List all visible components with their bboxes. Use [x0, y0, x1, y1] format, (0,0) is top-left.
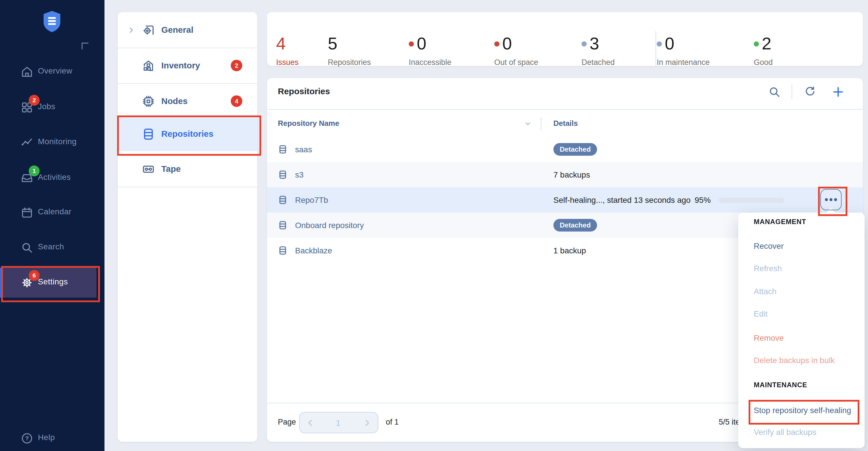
chevron-right-icon[interactable] — [362, 418, 372, 428]
repository-name: Backblaze — [295, 245, 332, 256]
repository-db-icon — [278, 144, 288, 155]
status-dot-green — [754, 41, 759, 46]
page-control: 1 — [299, 412, 378, 433]
sidebar-item-activities[interactable]: 1 Activities — [0, 166, 104, 191]
page-number-input[interactable]: 1 — [322, 417, 354, 429]
sidebar-item-label: Help — [38, 432, 55, 442]
divider — [656, 31, 656, 67]
repository-context-menu: MANAGEMENT Recover Refresh Attach Edit R… — [738, 213, 865, 448]
sidebar-item-label: Calendar — [38, 207, 71, 216]
status-badge: Detached — [553, 219, 597, 231]
repositories-db-icon — [142, 128, 155, 141]
status-badge: Detached — [553, 143, 597, 156]
sidebar-collapse-icon[interactable] — [82, 43, 88, 49]
subnav-item-repositories[interactable]: Repositories — [118, 117, 257, 151]
sidebar-item-overview[interactable]: Overview — [0, 59, 104, 84]
settings-subnav: General Inventory 2 Nodes 4 Repositories… — [118, 12, 257, 442]
panel-title: Repositories — [278, 86, 330, 96]
table-row-saas[interactable]: saas Detached — [267, 137, 863, 162]
status-dot-slate — [582, 41, 587, 46]
subnav-item-inventory[interactable]: Inventory 2 — [118, 48, 257, 83]
subnav-item-label: Nodes — [161, 96, 188, 106]
repository-name: Repo7Tb — [295, 194, 328, 206]
repository-name: Onboard repository — [295, 220, 364, 231]
stat-label: Detached — [582, 57, 615, 68]
stat-value: 2 — [762, 33, 771, 54]
table-row-repo7tb[interactable]: Repo7Tb Self-healing..., started 13 seco… — [267, 187, 863, 213]
add-repository-icon[interactable] — [832, 86, 844, 98]
menu-section-header: MAINTENANCE — [754, 380, 807, 390]
chevron-right-icon[interactable] — [127, 26, 135, 34]
stat-label: Inaccessible — [409, 57, 452, 68]
status-dot-red — [494, 41, 499, 46]
repository-db-icon — [278, 169, 288, 180]
refresh-icon[interactable] — [804, 86, 816, 98]
menu-item-verify-all-backups: Verify all backups — [754, 426, 816, 439]
subnav-item-general[interactable]: General — [118, 12, 257, 48]
stat-value: 0 — [665, 33, 674, 54]
column-header-name[interactable]: Repository Name — [278, 118, 339, 129]
row-actions-ellipsis-button[interactable] — [820, 189, 842, 210]
subnav-item-label: General — [161, 25, 193, 34]
help-icon: ? — [21, 432, 33, 445]
sidebar-item-label: Activities — [38, 172, 71, 181]
progress-bar — [719, 197, 784, 202]
stat-label: Good — [754, 57, 773, 68]
subnav-item-label: Tape — [161, 164, 181, 173]
subnav-item-label: Repositories — [161, 129, 214, 138]
table-row-s3[interactable]: s3 7 backups — [267, 162, 863, 187]
chevron-down-icon[interactable] — [524, 120, 532, 128]
status-dot-red — [409, 41, 414, 46]
sidebar-item-settings[interactable]: 6 Settings — [0, 270, 104, 295]
menu-item-attach: Attach — [754, 285, 776, 298]
search-icon[interactable] — [768, 86, 781, 98]
calendar-icon — [21, 206, 33, 219]
stat-value: 4 — [276, 33, 286, 54]
repository-name: s3 — [295, 169, 304, 180]
menu-item-remove[interactable]: Remove — [754, 332, 784, 344]
stat-label: In maintenance — [657, 57, 710, 68]
subnav-item-tape[interactable]: Tape — [118, 151, 257, 187]
monitoring-pulse-icon — [21, 136, 33, 149]
menu-item-recover[interactable]: Recover — [754, 240, 784, 252]
tape-cassette-icon — [142, 163, 155, 176]
sidebar-item-label: Overview — [38, 66, 72, 75]
app-logo-shield-icon — [42, 10, 61, 33]
sidebar-item-help[interactable]: ? Help — [0, 426, 104, 451]
inventory-badge: 2 — [231, 60, 242, 71]
repository-db-icon — [278, 245, 288, 256]
sidebar-item-jobs[interactable]: 2 Jobs — [0, 95, 104, 120]
menu-section-header: MANAGEMENT — [754, 217, 806, 227]
sidebar-item-calendar[interactable]: Calendar — [0, 200, 104, 225]
stat-value: 3 — [590, 33, 599, 54]
page-label: Page — [278, 417, 296, 428]
divider — [792, 84, 792, 99]
repository-db-icon — [278, 220, 288, 231]
stat-value: 0 — [502, 33, 512, 54]
status-dot-slate — [657, 41, 662, 46]
repository-details: 7 backups — [553, 169, 590, 180]
page-of-label: of 1 — [386, 417, 399, 428]
app-window: Overview 2 Jobs Monitoring 1 Activities … — [0, 0, 868, 451]
stat-label: Out of space — [494, 57, 538, 68]
progress-percent: 95% — [694, 194, 715, 206]
sidebar-item-label: Monitoring — [38, 137, 76, 146]
divider — [267, 109, 863, 110]
stat-value: 5 — [328, 33, 337, 54]
menu-item-stop-repository-self-healing[interactable]: Stop repository self-healing — [754, 404, 851, 417]
stat-label: Repositories — [328, 57, 371, 68]
sidebar-item-label: Jobs — [38, 102, 55, 111]
sidebar-item-search[interactable]: Search — [0, 235, 104, 260]
sidebar-item-monitoring[interactable]: Monitoring — [0, 130, 104, 155]
self-healing-status: Self-healing..., started 13 seconds ago — [553, 194, 691, 206]
subnav-item-nodes[interactable]: Nodes 4 — [118, 83, 257, 119]
column-header-details[interactable]: Details — [553, 118, 578, 129]
sidebar-item-label: Settings — [38, 277, 68, 286]
nodes-badge: 4 — [231, 95, 242, 107]
chevron-left-icon[interactable] — [305, 418, 316, 428]
repository-db-icon — [278, 194, 288, 206]
main-sidebar: Overview 2 Jobs Monitoring 1 Activities … — [0, 0, 104, 451]
menu-item-edit: Edit — [754, 308, 768, 320]
menu-item-delete-backups-in-bulk[interactable]: Delete backups in bulk — [754, 355, 835, 367]
search-icon — [21, 241, 33, 254]
